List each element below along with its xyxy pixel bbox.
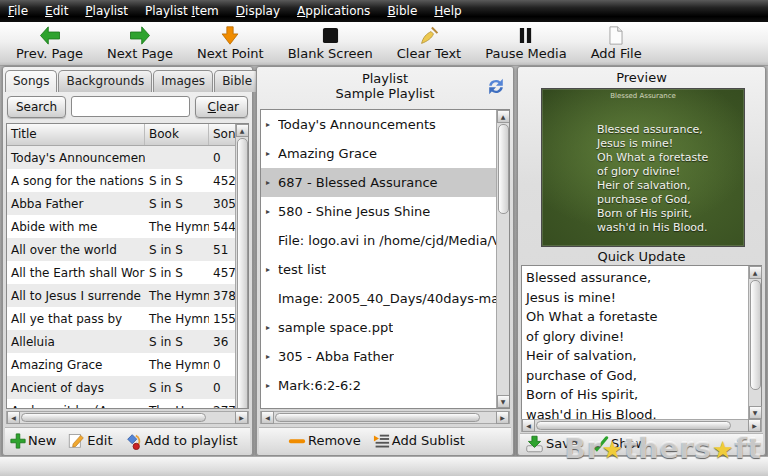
toolbar-pause-media-button[interactable]: Pause Media (485, 25, 566, 61)
scroll-down-icon[interactable]: ▼ (749, 406, 762, 419)
scroll-right-icon[interactable]: ▶ (496, 411, 509, 424)
cell-title: All the Earth shall Wor (7, 266, 145, 280)
playlist-items: ▸Today's Announcements▸Amazing Grace▸687… (261, 110, 496, 408)
toolbar-add-file-button[interactable]: Add File (591, 25, 642, 61)
table-row[interactable]: Ancient of daysS in S0 (7, 376, 235, 399)
clear-search-button[interactable]: Clear (195, 96, 248, 118)
menu-item-applications[interactable]: Applications (297, 4, 370, 18)
cell-book: S in S (145, 335, 209, 349)
playlist-item-label: Today's Announcements (278, 117, 436, 132)
table-row[interactable]: A song for the nationsS in S452 (7, 169, 235, 192)
scroll-right-icon[interactable]: ▶ (748, 419, 761, 432)
menu-item-display[interactable]: Display (236, 4, 280, 18)
scroll-right-icon[interactable]: ▶ (235, 411, 248, 424)
playlist-item[interactable]: Image: 2005_40_Days/40days-map.png (261, 284, 496, 313)
playlist-item[interactable]: ▸sample space.ppt (261, 313, 496, 342)
scroll-left-icon[interactable]: ◀ (522, 419, 535, 432)
menu-item-file[interactable]: File (8, 4, 28, 18)
cell-title: And can it be (Amaz (7, 404, 145, 409)
table-row[interactable]: Abba FatherS in S305 (7, 192, 235, 215)
scroll-up-icon[interactable]: ▲ (497, 110, 510, 123)
quick-update-textarea[interactable]: Blessed assurance, Jesus is mine! Oh Wha… (522, 266, 748, 419)
pause-icon (518, 25, 533, 45)
scrollbar-thumb[interactable] (498, 124, 509, 214)
tab-bible[interactable]: Bible (214, 70, 260, 92)
playlist-hscrollbar[interactable]: ◀ ▶ (260, 411, 510, 424)
slide-lyrics: Blessed assurance,Jesus is mine!Oh What … (597, 123, 740, 235)
scroll-up-icon[interactable]: ▲ (749, 266, 762, 279)
table-row[interactable]: All ye that pass byThe Hymnal155 (7, 307, 235, 330)
table-row[interactable]: Amazing GraceThe Hymnal0 (7, 353, 235, 376)
add-sublist-button[interactable]: Add Sublist (373, 433, 465, 449)
refresh-playlist-icon[interactable] (486, 78, 506, 95)
scrollbar-thumb[interactable] (536, 421, 731, 430)
preview-panel: Preview Blessed Assurance Blessed assura… (517, 66, 766, 456)
button-label: Edit (87, 433, 112, 448)
playlist-vscrollbar[interactable]: ▲ ▼ (496, 110, 509, 408)
playlist-item[interactable]: ▸Today's Announcements (261, 110, 496, 139)
tab-songs[interactable]: Songs (5, 70, 57, 92)
table-row[interactable]: Abide with meThe Hymnal544 (7, 215, 235, 238)
playlist-item[interactable]: ▸687 - Blessed Assurance (261, 168, 496, 197)
toolbar-clear-text-button[interactable]: Clear Text (397, 25, 461, 61)
playlist-item[interactable]: ▸test list (261, 255, 496, 284)
quick-update-vscrollbar[interactable]: ▲ ▼ (748, 266, 761, 419)
playlist-item[interactable]: ▸Mark:6:2-6:2 (261, 371, 496, 400)
scroll-down-icon[interactable]: ▼ (497, 395, 510, 408)
toolbar-button-label: Next Page (107, 46, 173, 61)
table-row[interactable]: All over the worldS in S51 (7, 238, 235, 261)
quick-update-hscrollbar[interactable]: ◀ ▶ (521, 419, 762, 432)
slide-title: Blessed Assurance (542, 89, 744, 100)
menu-item-playlist-item[interactable]: Playlist Item (145, 4, 219, 18)
remove-button[interactable]: Remove (288, 433, 361, 448)
add-to-playlist-button[interactable]: Add to playlist (125, 432, 238, 450)
table-row[interactable]: Today's Announcements0 (7, 146, 235, 169)
toolbar-prev-page-button[interactable]: Prev. Page (16, 25, 83, 61)
edit-button[interactable]: Edit (68, 432, 112, 449)
scrollbar-thumb[interactable] (275, 413, 480, 422)
playlist-item[interactable]: ▸580 - Shine Jesus Shine (261, 197, 496, 226)
file-icon (608, 25, 624, 45)
table-row[interactable]: AlleluiaS in S36 (7, 330, 235, 353)
button-label: Add to playlist (145, 433, 238, 448)
scrollbar-thumb[interactable] (21, 413, 206, 422)
cell-song: 277 (209, 404, 235, 409)
toolbar-blank-screen-button[interactable]: Blank Screen (288, 25, 373, 61)
toolbar-next-page-button[interactable]: Next Page (107, 25, 173, 61)
cell-title: All over the world (7, 243, 145, 257)
cell-book: The Hymnal (145, 358, 209, 372)
column-header-song[interactable]: Song (209, 124, 235, 145)
playlist-item[interactable]: ▸Amazing Grace (261, 139, 496, 168)
song-table-vscrollbar[interactable]: ▲ ▼ (235, 124, 248, 408)
table-row[interactable]: All the Earth shall WorS in S457 (7, 261, 235, 284)
scroll-left-icon[interactable]: ◀ (7, 411, 20, 424)
playlist-item[interactable]: ▸305 - Abba Father (261, 342, 496, 371)
menu-item-bible[interactable]: Bible (387, 4, 417, 18)
broom-icon (420, 25, 439, 45)
cell-song: 0 (209, 151, 235, 165)
scroll-up-icon[interactable]: ▲ (236, 124, 249, 137)
playlist-item[interactable]: File: logo.avi in /home/cjd/Media/Videos (261, 226, 496, 255)
new-button[interactable]: New (10, 433, 56, 449)
cell-book: S in S (145, 197, 209, 211)
table-row[interactable]: All to Jesus I surrendeThe Hymnal378 (7, 284, 235, 307)
song-table-hscrollbar[interactable]: ◀ ▶ (6, 411, 249, 424)
menu-item-edit[interactable]: Edit (45, 4, 68, 18)
menu-item-help[interactable]: Help (434, 4, 461, 18)
menu-item-playlist[interactable]: Playlist (85, 4, 128, 18)
scrollbar-thumb[interactable] (237, 138, 248, 409)
cell-book: The Hymnal (145, 404, 209, 409)
column-header-book[interactable]: Book (145, 124, 209, 145)
search-input[interactable] (71, 96, 189, 117)
toolbar-next-point-button[interactable]: Next Point (197, 25, 264, 61)
column-header-title[interactable]: Title (7, 124, 145, 145)
search-button[interactable]: Search (7, 96, 66, 118)
tab-images[interactable]: Images (153, 70, 213, 92)
library-tabs: SongsBackgroundsImagesBible (5, 69, 261, 92)
scrollbar-thumb[interactable] (750, 280, 761, 390)
cell-title: A song for the nations (7, 174, 145, 188)
tab-backgrounds[interactable]: Backgrounds (58, 70, 152, 92)
table-row[interactable]: And can it be (AmazThe Hymnal277 (7, 399, 235, 408)
scroll-left-icon[interactable]: ◀ (261, 411, 274, 424)
playlist-panel-title: Playlist (259, 69, 511, 86)
